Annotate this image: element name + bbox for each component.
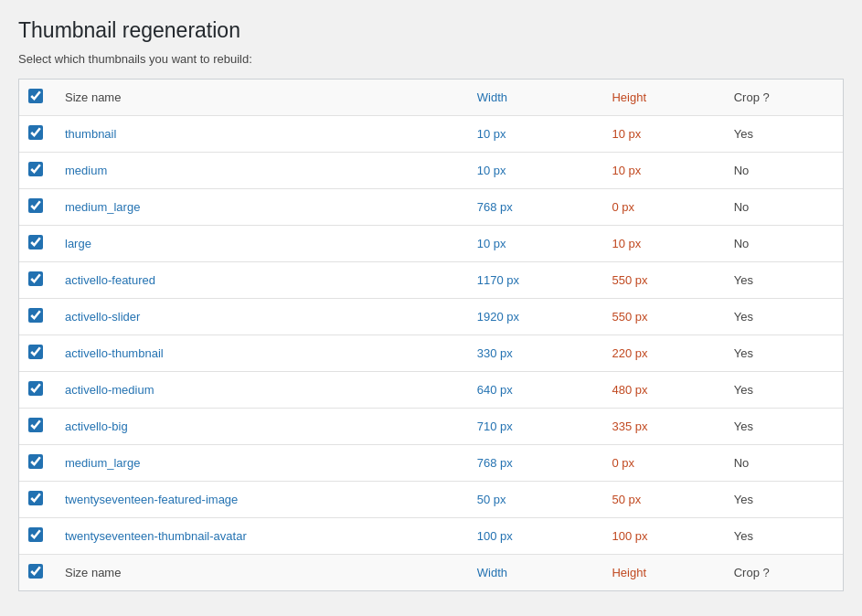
row-crop: No xyxy=(721,445,843,482)
row-checkbox-cell[interactable] xyxy=(19,299,52,335)
thumbnail-table: Size name Width Height Crop ? thumbnail1… xyxy=(19,80,843,590)
row-checkbox-cell[interactable] xyxy=(19,262,52,299)
select-all-checkbox-bottom[interactable] xyxy=(28,564,43,579)
row-size-name: medium xyxy=(52,153,464,189)
row-size-name: activello-medium xyxy=(52,372,464,409)
row-size-name: activello-big xyxy=(52,409,464,445)
row-size-name: activello-thumbnail xyxy=(52,335,464,372)
header-crop: Crop ? xyxy=(721,80,843,116)
row-crop: Yes xyxy=(721,262,843,299)
table-row: large10 px10 pxNo xyxy=(19,226,843,262)
row-checkbox-cell[interactable] xyxy=(19,409,52,445)
row-crop: Yes xyxy=(721,299,843,335)
table-row: medium10 px10 pxNo xyxy=(19,153,843,189)
row-width: 1170 px xyxy=(464,262,600,299)
row-size-name: twentyseventeen-thumbnail-avatar xyxy=(52,518,464,555)
row-width: 10 px xyxy=(464,116,600,153)
row-size-name: activello-slider xyxy=(52,299,464,335)
row-size-name: activello-featured xyxy=(52,262,464,299)
row-checkbox-8[interactable] xyxy=(28,418,43,432)
row-crop: Yes xyxy=(721,335,843,372)
page-subtitle: Select which thumbnails you want to rebu… xyxy=(18,52,844,66)
row-checkbox-11[interactable] xyxy=(28,527,43,542)
table-footer-row: Size name Width Height Crop ? xyxy=(19,555,843,591)
row-checkbox-cell[interactable] xyxy=(19,226,52,262)
table-row: twentyseventeen-featured-image50 px50 px… xyxy=(19,482,843,518)
row-crop: No xyxy=(721,189,843,226)
row-height: 220 px xyxy=(599,335,720,372)
footer-crop: Crop ? xyxy=(721,555,843,591)
row-crop: Yes xyxy=(721,116,843,153)
footer-size-name: Size name xyxy=(52,555,464,591)
row-checkbox-2[interactable] xyxy=(28,198,43,213)
row-checkbox-3[interactable] xyxy=(28,235,43,250)
row-checkbox-cell[interactable] xyxy=(19,445,52,482)
row-crop: Yes xyxy=(721,409,843,445)
row-checkbox-0[interactable] xyxy=(28,125,43,140)
row-size-name: medium_large xyxy=(52,445,464,482)
row-height: 10 px xyxy=(599,116,720,153)
footer-width: Width xyxy=(464,555,600,591)
table-row: activello-thumbnail330 px220 pxYes xyxy=(19,335,843,372)
row-crop: Yes xyxy=(721,372,843,409)
row-crop: No xyxy=(721,226,843,262)
row-checkbox-cell[interactable] xyxy=(19,518,52,555)
row-width: 710 px xyxy=(464,409,600,445)
row-height: 335 px xyxy=(599,409,720,445)
row-height: 100 px xyxy=(599,518,720,555)
table-row: activello-big710 px335 pxYes xyxy=(19,409,843,445)
row-checkbox-1[interactable] xyxy=(28,162,43,176)
row-width: 330 px xyxy=(464,335,600,372)
row-width: 768 px xyxy=(464,445,600,482)
row-width: 1920 px xyxy=(464,299,600,335)
table-row: thumbnail10 px10 pxYes xyxy=(19,116,843,153)
row-height: 10 px xyxy=(599,226,720,262)
row-crop: Yes xyxy=(721,482,843,518)
row-height: 550 px xyxy=(599,299,720,335)
row-checkbox-7[interactable] xyxy=(28,381,43,396)
table-row: activello-medium640 px480 pxYes xyxy=(19,372,843,409)
row-checkbox-cell[interactable] xyxy=(19,482,52,518)
header-height: Height xyxy=(599,80,720,116)
row-checkbox-cell[interactable] xyxy=(19,335,52,372)
row-checkbox-9[interactable] xyxy=(28,454,43,469)
row-height: 50 px xyxy=(599,482,720,518)
footer-checkbox-cell[interactable] xyxy=(19,555,52,591)
row-height: 480 px xyxy=(599,372,720,409)
row-crop: No xyxy=(721,153,843,189)
table-header-row: Size name Width Height Crop ? xyxy=(19,80,843,116)
row-size-name: medium_large xyxy=(52,189,464,226)
row-height: 0 px xyxy=(599,189,720,226)
table-body: thumbnail10 px10 pxYesmedium10 px10 pxNo… xyxy=(19,116,843,555)
row-height: 10 px xyxy=(599,153,720,189)
row-width: 10 px xyxy=(464,153,600,189)
table-row: medium_large768 px0 pxNo xyxy=(19,189,843,226)
row-checkbox-cell[interactable] xyxy=(19,189,52,226)
thumbnail-table-container: Size name Width Height Crop ? thumbnail1… xyxy=(18,79,844,591)
row-width: 10 px xyxy=(464,226,600,262)
row-width: 100 px xyxy=(464,518,600,555)
table-row: activello-slider1920 px550 pxYes xyxy=(19,299,843,335)
row-checkbox-6[interactable] xyxy=(28,345,43,359)
row-size-name: thumbnail xyxy=(52,116,464,153)
row-checkbox-5[interactable] xyxy=(28,308,43,323)
row-width: 50 px xyxy=(464,482,600,518)
row-height: 0 px xyxy=(599,445,720,482)
row-width: 640 px xyxy=(464,372,600,409)
table-row: activello-featured1170 px550 pxYes xyxy=(19,262,843,299)
row-checkbox-cell[interactable] xyxy=(19,116,52,153)
row-checkbox-10[interactable] xyxy=(28,491,43,505)
row-checkbox-cell[interactable] xyxy=(19,372,52,409)
row-size-name: twentyseventeen-featured-image xyxy=(52,482,464,518)
row-height: 550 px xyxy=(599,262,720,299)
select-all-checkbox-top[interactable] xyxy=(28,89,43,103)
row-size-name: large xyxy=(52,226,464,262)
row-checkbox-4[interactable] xyxy=(28,271,43,286)
footer-height: Height xyxy=(599,555,720,591)
row-checkbox-cell[interactable] xyxy=(19,153,52,189)
header-width: Width xyxy=(464,80,600,116)
table-row: twentyseventeen-thumbnail-avatar100 px10… xyxy=(19,518,843,555)
table-row: medium_large768 px0 pxNo xyxy=(19,445,843,482)
page-title: Thumbnail regeneration xyxy=(18,18,844,43)
header-checkbox-cell[interactable] xyxy=(19,80,52,116)
